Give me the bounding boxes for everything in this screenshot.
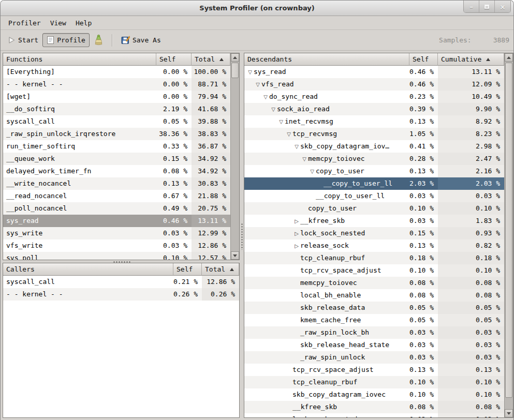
scroll-up-button[interactable] bbox=[231, 53, 239, 62]
total-column-header[interactable]: Total bbox=[202, 263, 239, 276]
self-column-header[interactable]: Self bbox=[173, 263, 202, 276]
descendant-name-cell: ▷__kfree_skb bbox=[244, 215, 409, 227]
cumulative-value-cell: 0.03 % bbox=[438, 351, 504, 364]
descendant-name-cell: ▽vfs_read bbox=[244, 78, 409, 91]
menu-profiler[interactable]: Profiler bbox=[4, 17, 46, 29]
maximize-button[interactable] bbox=[479, 1, 495, 13]
expander-open-icon[interactable]: ▽ bbox=[285, 128, 292, 140]
table-row[interactable]: copy_to_user0.10 %0.10 % bbox=[244, 202, 513, 215]
scrollbar-trough[interactable] bbox=[505, 62, 513, 409]
table-row[interactable]: ▽do_sync_read0.23 %10.49 % bbox=[244, 91, 513, 103]
table-row[interactable]: __read_nocancel0.67 %21.88 % bbox=[3, 190, 239, 202]
table-row[interactable]: ▽vfs_read0.46 %12.09 % bbox=[244, 78, 513, 91]
expander-open-icon[interactable]: ▽ bbox=[309, 166, 316, 177]
table-row[interactable]: __poll_nocancel0.49 %20.75 % bbox=[3, 202, 239, 215]
callers-column-header[interactable]: Callers bbox=[3, 263, 173, 276]
expander-open-icon[interactable]: ▽ bbox=[270, 103, 277, 115]
table-row[interactable]: __write_nocancel0.13 %30.83 % bbox=[3, 177, 239, 190]
table-row[interactable]: ▽copy_to_user0.13 %2.16 % bbox=[244, 165, 513, 177]
table-row[interactable]: - - kernel - -0.26 %0.26 % bbox=[3, 288, 239, 301]
expander-collapsed-icon[interactable]: ▷ bbox=[293, 215, 300, 227]
self-column-header[interactable]: Self bbox=[409, 53, 438, 66]
expander-collapsed-icon[interactable]: ▷ bbox=[293, 240, 300, 252]
expander-open-icon[interactable]: ▽ bbox=[254, 79, 261, 91]
expander-open-icon[interactable]: ▽ bbox=[262, 91, 269, 103]
table-row[interactable]: tcp_rcv_space_adjust0.13 %0.13 % bbox=[244, 364, 513, 376]
table-row[interactable]: _raw_spin_lock_bh0.03 %0.03 % bbox=[244, 326, 513, 339]
table-row[interactable]: ▷__kfree_skb0.03 %1.83 % bbox=[244, 215, 513, 227]
scrollbar-thumb[interactable] bbox=[231, 63, 239, 78]
reset-button[interactable] bbox=[90, 32, 108, 49]
menu-view[interactable]: View bbox=[46, 17, 71, 29]
titlebar[interactable]: System Profiler (on crownbay) – × bbox=[1, 1, 513, 16]
table-row[interactable]: memcpy_toiovec0.08 %0.08 % bbox=[244, 277, 513, 289]
triangle-down-icon bbox=[507, 412, 511, 415]
table-row[interactable]: ▽memcpy_toiovec0.28 %2.47 % bbox=[244, 153, 513, 165]
scroll-up-button[interactable] bbox=[505, 53, 513, 62]
sort-ascending-icon bbox=[219, 58, 224, 61]
start-button[interactable]: Start bbox=[4, 34, 42, 47]
table-row[interactable]: skb_release_head_state0.03 %0.03 % bbox=[244, 339, 513, 351]
table-row[interactable]: _raw_spin_unlock_irqrestore38.36 %38.83 … bbox=[3, 128, 239, 140]
start-button-label: Start bbox=[18, 36, 38, 44]
expander-open-icon[interactable]: ▽ bbox=[277, 116, 285, 128]
vertical-pane-grip[interactable] bbox=[240, 223, 243, 250]
table-row[interactable]: [Everything]0.00 %100.00 % bbox=[3, 66, 239, 78]
table-row[interactable]: syscall_call0.05 %39.88 % bbox=[3, 115, 239, 128]
table-row[interactable]: ▽sys_read0.46 %13.11 % bbox=[244, 66, 513, 78]
minimize-button[interactable]: – bbox=[464, 1, 479, 13]
total-value-cell: 79.94 % bbox=[192, 91, 230, 103]
self-value-cell: 0.13 % bbox=[156, 177, 192, 190]
total-value-cell: 36.87 % bbox=[192, 140, 230, 153]
expander-open-icon[interactable]: ▽ bbox=[293, 141, 300, 153]
table-row[interactable]: ▽sock_aio_read0.39 %9.90 % bbox=[244, 103, 513, 115]
table-row[interactable]: tcp_cleanup_rbuf0.18 %0.18 % bbox=[244, 252, 513, 264]
table-row[interactable]: kmem_cache_free0.05 %0.05 % bbox=[244, 314, 513, 326]
close-button[interactable]: × bbox=[495, 1, 510, 13]
table-row[interactable]: syscall_call0.21 %12.86 % bbox=[3, 276, 239, 288]
table-row[interactable]: __do_softirq2.19 %41.68 % bbox=[3, 103, 239, 115]
scroll-down-button[interactable] bbox=[231, 251, 239, 260]
table-row[interactable]: tcp_cleanup_rbuf0.10 %0.10 % bbox=[244, 376, 513, 388]
table-row[interactable]: delayed_work_timer_fn0.08 %34.92 % bbox=[3, 165, 239, 177]
scrollbar-trough[interactable] bbox=[231, 62, 239, 251]
self-value-cell: 0.23 % bbox=[409, 91, 438, 103]
expander-open-icon[interactable]: ▽ bbox=[246, 66, 254, 78]
table-row[interactable]: __copy_to_user_ll2.03 %2.03 % bbox=[244, 177, 513, 190]
table-row[interactable]: __kfree_skb0.08 %0.08 % bbox=[244, 401, 513, 413]
expander-open-icon[interactable]: ▽ bbox=[301, 153, 308, 165]
table-row[interactable]: ▽tcp_recvmsg1.05 %8.23 % bbox=[244, 128, 513, 140]
table-row[interactable]: lock_sock_nested0.03 %0.03 % bbox=[244, 413, 513, 417]
expander-collapsed-icon[interactable]: ▷ bbox=[293, 228, 300, 239]
menu-help[interactable]: Help bbox=[71, 17, 96, 29]
table-row[interactable]: sys_poll0.10 %12.57 % bbox=[3, 252, 239, 260]
self-column-header[interactable]: Self bbox=[156, 53, 192, 66]
scroll-down-button[interactable] bbox=[505, 409, 513, 417]
profile-button[interactable]: Profile bbox=[42, 33, 90, 47]
table-row[interactable]: ▽inet_recvmsg0.13 %8.92 % bbox=[244, 115, 513, 128]
scrollbar-thumb[interactable] bbox=[505, 63, 512, 398]
descendants-vertical-scrollbar[interactable] bbox=[504, 53, 513, 417]
table-row[interactable]: [wget]0.00 %79.94 % bbox=[3, 91, 239, 103]
table-row[interactable]: run_timer_softirq0.33 %36.87 % bbox=[3, 140, 239, 153]
functions-vertical-scrollbar[interactable] bbox=[230, 53, 239, 260]
table-row[interactable]: - - kernel - -0.00 %88.71 % bbox=[3, 78, 239, 91]
table-row[interactable]: local_bh_enable0.08 %0.08 % bbox=[244, 289, 513, 302]
table-row[interactable]: skb_copy_datagram_iovec0.10 %0.10 % bbox=[244, 388, 513, 401]
table-row[interactable]: __queue_work0.15 %34.92 % bbox=[3, 153, 239, 165]
table-row[interactable]: sys_read0.46 %13.11 % bbox=[3, 215, 239, 227]
table-row[interactable]: _raw_spin_unlock0.03 %0.03 % bbox=[244, 351, 513, 364]
table-row[interactable]: ▷release_sock0.13 %0.82 % bbox=[244, 239, 513, 252]
table-row[interactable]: sys_write0.03 %12.99 % bbox=[3, 227, 239, 239]
table-row[interactable]: vfs_write0.03 %12.86 % bbox=[3, 239, 239, 252]
table-row[interactable]: ▽skb_copy_datagram_iov…0.41 %2.98 % bbox=[244, 140, 513, 153]
cumulative-column-header[interactable]: Cumulative bbox=[438, 53, 504, 66]
table-row[interactable]: ▷lock_sock_nested0.15 %0.93 % bbox=[244, 227, 513, 239]
descendants-column-header[interactable]: Descendants bbox=[244, 53, 409, 66]
table-row[interactable]: tcp_rcv_space_adjust0.10 %0.10 % bbox=[244, 264, 513, 277]
functions-column-header[interactable]: Functions bbox=[3, 53, 156, 66]
save-as-button[interactable]: Save As bbox=[117, 33, 165, 47]
table-row[interactable]: skb_release_data0.05 %0.05 % bbox=[244, 302, 513, 314]
total-column-header[interactable]: Total bbox=[192, 53, 230, 66]
table-row[interactable]: __copy_to_user_ll0.03 %0.03 % bbox=[244, 190, 513, 202]
